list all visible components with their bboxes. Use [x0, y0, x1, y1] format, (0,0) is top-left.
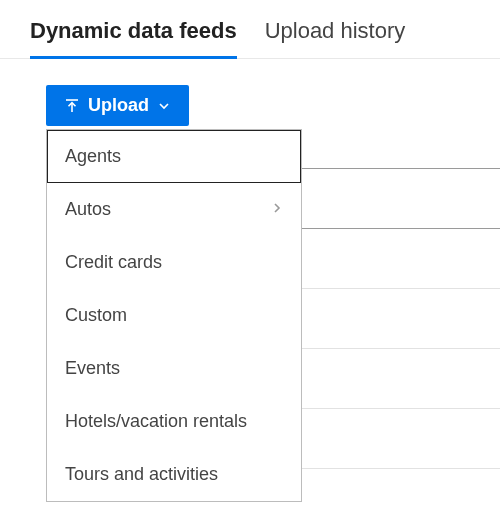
upload-button[interactable]: Upload [46, 85, 189, 126]
dropdown-item-custom[interactable]: Custom [47, 289, 301, 342]
dropdown-item-credit-cards[interactable]: Credit cards [47, 236, 301, 289]
dropdown-item-label: Hotels/vacation rentals [65, 411, 247, 432]
dropdown-item-label: Autos [65, 199, 111, 220]
table-row [300, 288, 500, 348]
dropdown-item-label: Custom [65, 305, 127, 326]
upload-icon [64, 98, 80, 114]
tab-upload-history[interactable]: Upload history [265, 18, 406, 58]
dropdown-item-label: Credit cards [65, 252, 162, 273]
table-row [300, 168, 500, 228]
dropdown-item-tours[interactable]: Tours and activities [47, 448, 301, 501]
dropdown-item-events[interactable]: Events [47, 342, 301, 395]
dropdown-item-label: Agents [65, 146, 121, 167]
tab-bar: Dynamic data feeds Upload history [0, 0, 500, 59]
dropdown-item-label: Tours and activities [65, 464, 218, 485]
dropdown-item-autos[interactable]: Autos [47, 183, 301, 236]
chevron-down-icon [157, 99, 171, 113]
dropdown-item-agents[interactable]: Agents [47, 130, 301, 183]
toolbar: Upload Agents Autos Credit cards Custom … [0, 59, 500, 126]
chevron-right-icon [271, 199, 283, 220]
table-row [300, 408, 500, 468]
dropdown-item-label: Events [65, 358, 120, 379]
table-row [300, 468, 500, 516]
dropdown-item-hotels[interactable]: Hotels/vacation rentals [47, 395, 301, 448]
upload-dropdown: Agents Autos Credit cards Custom Events … [46, 129, 302, 502]
table-row [300, 228, 500, 288]
upload-button-label: Upload [88, 95, 149, 116]
background-table [300, 168, 500, 516]
table-row [300, 348, 500, 408]
tab-dynamic-data-feeds[interactable]: Dynamic data feeds [30, 18, 237, 58]
